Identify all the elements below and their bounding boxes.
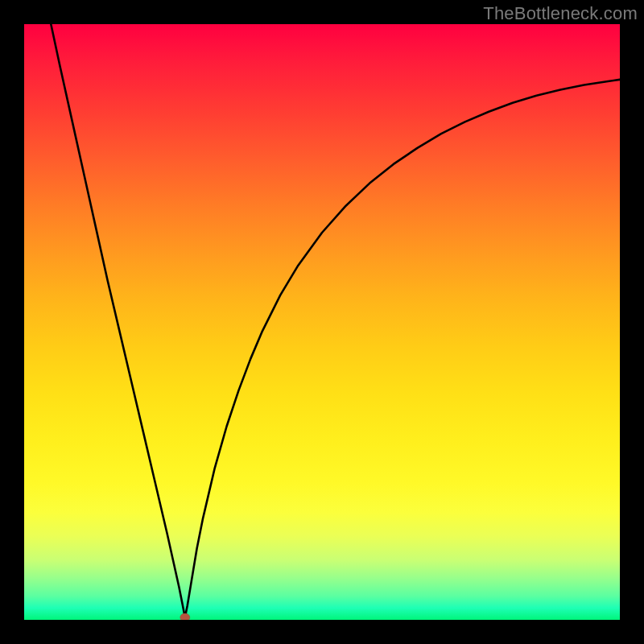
watermark-text: TheBottleneck.com bbox=[483, 3, 638, 24]
minimum-marker bbox=[180, 613, 190, 620]
bottleneck-curve-path bbox=[51, 24, 620, 617]
curve-svg bbox=[24, 24, 620, 620]
plot-area bbox=[24, 24, 620, 620]
chart-frame: TheBottleneck.com bbox=[0, 0, 644, 644]
